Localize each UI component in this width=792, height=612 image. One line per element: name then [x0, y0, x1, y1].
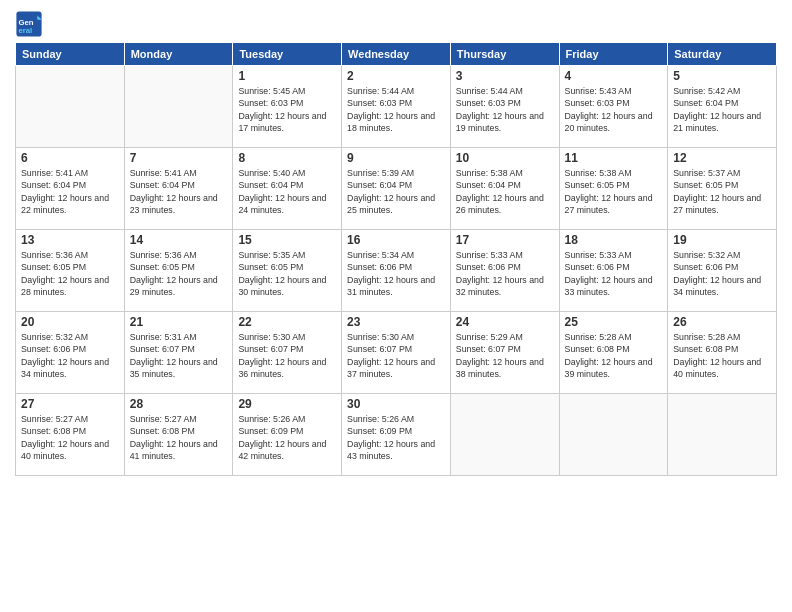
- calendar-cell: 23Sunrise: 5:30 AMSunset: 6:07 PMDayligh…: [342, 312, 451, 394]
- calendar-day-header: Tuesday: [233, 43, 342, 66]
- day-info: Sunrise: 5:41 AMSunset: 6:04 PMDaylight:…: [130, 167, 228, 216]
- calendar-cell: [559, 394, 668, 476]
- day-number: 15: [238, 233, 336, 247]
- calendar-day-header: Friday: [559, 43, 668, 66]
- day-number: 27: [21, 397, 119, 411]
- day-info: Sunrise: 5:26 AMSunset: 6:09 PMDaylight:…: [347, 413, 445, 462]
- day-number: 2: [347, 69, 445, 83]
- day-info: Sunrise: 5:40 AMSunset: 6:04 PMDaylight:…: [238, 167, 336, 216]
- day-number: 8: [238, 151, 336, 165]
- calendar-cell: 4Sunrise: 5:43 AMSunset: 6:03 PMDaylight…: [559, 66, 668, 148]
- day-info: Sunrise: 5:32 AMSunset: 6:06 PMDaylight:…: [673, 249, 771, 298]
- calendar-cell: 21Sunrise: 5:31 AMSunset: 6:07 PMDayligh…: [124, 312, 233, 394]
- calendar-cell: [124, 66, 233, 148]
- day-info: Sunrise: 5:36 AMSunset: 6:05 PMDaylight:…: [21, 249, 119, 298]
- calendar-cell: 30Sunrise: 5:26 AMSunset: 6:09 PMDayligh…: [342, 394, 451, 476]
- calendar-cell: 10Sunrise: 5:38 AMSunset: 6:04 PMDayligh…: [450, 148, 559, 230]
- calendar-cell: 2Sunrise: 5:44 AMSunset: 6:03 PMDaylight…: [342, 66, 451, 148]
- day-number: 26: [673, 315, 771, 329]
- header: Gen eral: [15, 10, 777, 38]
- calendar-week-row: 20Sunrise: 5:32 AMSunset: 6:06 PMDayligh…: [16, 312, 777, 394]
- day-number: 5: [673, 69, 771, 83]
- day-number: 30: [347, 397, 445, 411]
- calendar-table: SundayMondayTuesdayWednesdayThursdayFrid…: [15, 42, 777, 476]
- calendar-cell: 13Sunrise: 5:36 AMSunset: 6:05 PMDayligh…: [16, 230, 125, 312]
- day-number: 13: [21, 233, 119, 247]
- day-info: Sunrise: 5:34 AMSunset: 6:06 PMDaylight:…: [347, 249, 445, 298]
- calendar-cell: 29Sunrise: 5:26 AMSunset: 6:09 PMDayligh…: [233, 394, 342, 476]
- calendar-cell: 25Sunrise: 5:28 AMSunset: 6:08 PMDayligh…: [559, 312, 668, 394]
- day-number: 10: [456, 151, 554, 165]
- calendar-day-header: Sunday: [16, 43, 125, 66]
- day-number: 7: [130, 151, 228, 165]
- calendar-cell: 18Sunrise: 5:33 AMSunset: 6:06 PMDayligh…: [559, 230, 668, 312]
- day-info: Sunrise: 5:38 AMSunset: 6:04 PMDaylight:…: [456, 167, 554, 216]
- day-number: 14: [130, 233, 228, 247]
- day-info: Sunrise: 5:39 AMSunset: 6:04 PMDaylight:…: [347, 167, 445, 216]
- day-info: Sunrise: 5:27 AMSunset: 6:08 PMDaylight:…: [130, 413, 228, 462]
- day-number: 12: [673, 151, 771, 165]
- day-number: 22: [238, 315, 336, 329]
- day-info: Sunrise: 5:30 AMSunset: 6:07 PMDaylight:…: [347, 331, 445, 380]
- day-number: 1: [238, 69, 336, 83]
- day-info: Sunrise: 5:45 AMSunset: 6:03 PMDaylight:…: [238, 85, 336, 134]
- calendar-cell: 8Sunrise: 5:40 AMSunset: 6:04 PMDaylight…: [233, 148, 342, 230]
- day-number: 6: [21, 151, 119, 165]
- calendar-cell: 1Sunrise: 5:45 AMSunset: 6:03 PMDaylight…: [233, 66, 342, 148]
- day-number: 4: [565, 69, 663, 83]
- day-number: 29: [238, 397, 336, 411]
- day-number: 24: [456, 315, 554, 329]
- day-info: Sunrise: 5:33 AMSunset: 6:06 PMDaylight:…: [456, 249, 554, 298]
- day-number: 20: [21, 315, 119, 329]
- day-info: Sunrise: 5:29 AMSunset: 6:07 PMDaylight:…: [456, 331, 554, 380]
- calendar-week-row: 13Sunrise: 5:36 AMSunset: 6:05 PMDayligh…: [16, 230, 777, 312]
- calendar-cell: 19Sunrise: 5:32 AMSunset: 6:06 PMDayligh…: [668, 230, 777, 312]
- day-number: 19: [673, 233, 771, 247]
- calendar-cell: 26Sunrise: 5:28 AMSunset: 6:08 PMDayligh…: [668, 312, 777, 394]
- day-info: Sunrise: 5:28 AMSunset: 6:08 PMDaylight:…: [673, 331, 771, 380]
- calendar-day-header: Monday: [124, 43, 233, 66]
- calendar-cell: 12Sunrise: 5:37 AMSunset: 6:05 PMDayligh…: [668, 148, 777, 230]
- day-info: Sunrise: 5:33 AMSunset: 6:06 PMDaylight:…: [565, 249, 663, 298]
- calendar-page: Gen eral SundayMondayTuesdayWednesdayThu…: [0, 0, 792, 612]
- calendar-cell: 3Sunrise: 5:44 AMSunset: 6:03 PMDaylight…: [450, 66, 559, 148]
- day-number: 28: [130, 397, 228, 411]
- day-info: Sunrise: 5:43 AMSunset: 6:03 PMDaylight:…: [565, 85, 663, 134]
- day-number: 3: [456, 69, 554, 83]
- calendar-cell: 6Sunrise: 5:41 AMSunset: 6:04 PMDaylight…: [16, 148, 125, 230]
- day-info: Sunrise: 5:28 AMSunset: 6:08 PMDaylight:…: [565, 331, 663, 380]
- day-info: Sunrise: 5:42 AMSunset: 6:04 PMDaylight:…: [673, 85, 771, 134]
- calendar-cell: 14Sunrise: 5:36 AMSunset: 6:05 PMDayligh…: [124, 230, 233, 312]
- calendar-week-row: 27Sunrise: 5:27 AMSunset: 6:08 PMDayligh…: [16, 394, 777, 476]
- day-number: 25: [565, 315, 663, 329]
- calendar-cell: [450, 394, 559, 476]
- day-info: Sunrise: 5:41 AMSunset: 6:04 PMDaylight:…: [21, 167, 119, 216]
- calendar-cell: 24Sunrise: 5:29 AMSunset: 6:07 PMDayligh…: [450, 312, 559, 394]
- day-info: Sunrise: 5:30 AMSunset: 6:07 PMDaylight:…: [238, 331, 336, 380]
- day-number: 23: [347, 315, 445, 329]
- calendar-day-header: Wednesday: [342, 43, 451, 66]
- calendar-cell: 16Sunrise: 5:34 AMSunset: 6:06 PMDayligh…: [342, 230, 451, 312]
- calendar-cell: 22Sunrise: 5:30 AMSunset: 6:07 PMDayligh…: [233, 312, 342, 394]
- day-info: Sunrise: 5:32 AMSunset: 6:06 PMDaylight:…: [21, 331, 119, 380]
- day-info: Sunrise: 5:35 AMSunset: 6:05 PMDaylight:…: [238, 249, 336, 298]
- day-number: 21: [130, 315, 228, 329]
- day-info: Sunrise: 5:37 AMSunset: 6:05 PMDaylight:…: [673, 167, 771, 216]
- calendar-week-row: 1Sunrise: 5:45 AMSunset: 6:03 PMDaylight…: [16, 66, 777, 148]
- day-info: Sunrise: 5:38 AMSunset: 6:05 PMDaylight:…: [565, 167, 663, 216]
- calendar-cell: 27Sunrise: 5:27 AMSunset: 6:08 PMDayligh…: [16, 394, 125, 476]
- calendar-cell: 17Sunrise: 5:33 AMSunset: 6:06 PMDayligh…: [450, 230, 559, 312]
- day-info: Sunrise: 5:31 AMSunset: 6:07 PMDaylight:…: [130, 331, 228, 380]
- calendar-cell: 15Sunrise: 5:35 AMSunset: 6:05 PMDayligh…: [233, 230, 342, 312]
- calendar-cell: [668, 394, 777, 476]
- calendar-day-header: Thursday: [450, 43, 559, 66]
- day-info: Sunrise: 5:44 AMSunset: 6:03 PMDaylight:…: [456, 85, 554, 134]
- calendar-cell: 20Sunrise: 5:32 AMSunset: 6:06 PMDayligh…: [16, 312, 125, 394]
- calendar-cell: 5Sunrise: 5:42 AMSunset: 6:04 PMDaylight…: [668, 66, 777, 148]
- calendar-cell: 28Sunrise: 5:27 AMSunset: 6:08 PMDayligh…: [124, 394, 233, 476]
- day-number: 17: [456, 233, 554, 247]
- day-number: 16: [347, 233, 445, 247]
- calendar-cell: 7Sunrise: 5:41 AMSunset: 6:04 PMDaylight…: [124, 148, 233, 230]
- day-info: Sunrise: 5:36 AMSunset: 6:05 PMDaylight:…: [130, 249, 228, 298]
- calendar-week-row: 6Sunrise: 5:41 AMSunset: 6:04 PMDaylight…: [16, 148, 777, 230]
